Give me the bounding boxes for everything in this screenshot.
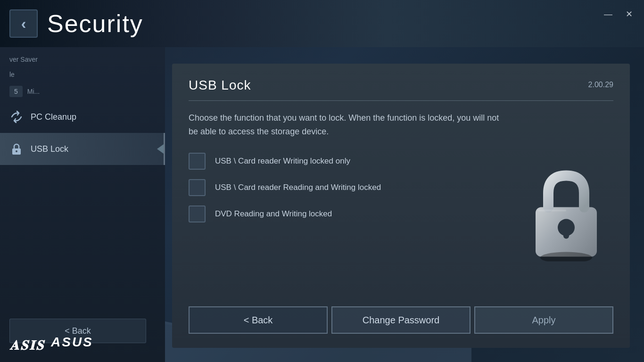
checkbox-usb-write-label: USB \ Card reader Writing locked only: [215, 156, 350, 166]
change-password-button[interactable]: Change Password: [331, 306, 471, 334]
asus-logo: 𝐀𝐒𝐈𝐒 ASUS: [9, 333, 107, 354]
checkbox-usb-read-write-label: USB \ Card reader Reading and Writing lo…: [215, 183, 381, 192]
sidebar: ver Saver le 5 Mi... PC Cleanup USB Lock: [0, 47, 165, 362]
active-indicator: [157, 144, 164, 154]
page-title: Security: [47, 9, 143, 38]
back-arrow-icon: ‹: [21, 16, 26, 31]
header-back-button[interactable]: ‹: [9, 9, 38, 38]
content-area: USB \ Card reader Writing locked only US…: [189, 153, 613, 297]
minutes-label: Mi...: [27, 88, 40, 95]
sidebar-minutes-row: 5 Mi...: [0, 82, 165, 101]
sidebar-item-pc-cleanup-label: PC Cleanup: [31, 112, 76, 122]
asus-logo-text: 𝐀𝐒𝐈𝐒: [9, 338, 50, 353]
panel-title: USB Lock: [189, 78, 251, 93]
back-button[interactable]: < Back: [189, 306, 328, 334]
lock-svg: [528, 167, 604, 261]
window-controls: — ✕: [603, 8, 635, 20]
svg-point-1: [16, 150, 17, 152]
checkbox-dvd-lock-label: DVD Reading and Writing locked: [215, 209, 332, 219]
svg-text:ASUS: ASUS: [50, 335, 93, 349]
panel-header: USB Lock 2.00.29: [189, 78, 613, 93]
panel-description: Choose the function that you want to loc…: [189, 111, 509, 139]
panel-divider: [189, 100, 613, 101]
svg-rect-4: [563, 226, 569, 239]
checkbox-usb-read-write[interactable]: [189, 179, 206, 196]
minimize-button[interactable]: —: [603, 8, 614, 20]
bottom-buttons: < Back Change Password Apply: [189, 297, 613, 334]
pc-cleanup-icon: [9, 110, 24, 124]
svg-rect-5: [538, 209, 566, 211]
close-button[interactable]: ✕: [623, 8, 635, 20]
sidebar-item-usb-lock-label: USB Lock: [31, 144, 68, 154]
sidebar-partial-text: ver Saver: [0, 52, 165, 67]
asus-svg-logo: ASUS: [50, 333, 107, 350]
sidebar-item-pc-cleanup[interactable]: PC Cleanup: [0, 101, 165, 133]
panel-version: 2.00.29: [588, 81, 613, 89]
sidebar-item-usb-lock[interactable]: USB Lock: [0, 133, 165, 165]
apply-button[interactable]: Apply: [474, 306, 613, 334]
sidebar-partial-file: le: [0, 67, 165, 82]
main-panel: USB Lock 2.00.29 Choose the function tha…: [172, 64, 630, 348]
minutes-badge: 5: [9, 86, 23, 97]
header: ‹ Security: [0, 0, 644, 47]
checkbox-usb-write[interactable]: [189, 153, 206, 170]
checkbox-dvd-lock[interactable]: [189, 206, 206, 222]
lock-illustration: [528, 167, 604, 263]
usb-lock-icon: [9, 142, 24, 156]
